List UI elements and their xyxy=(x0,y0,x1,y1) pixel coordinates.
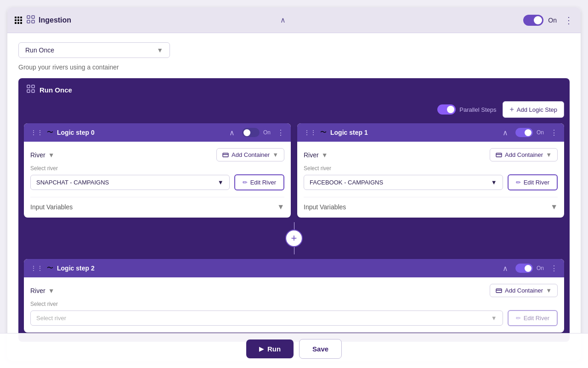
pencil-icon-1: ✏ xyxy=(516,179,521,186)
step-1-title: Logic step 1 xyxy=(330,129,499,136)
step-1-toggle[interactable] xyxy=(515,128,533,137)
pencil-icon-2: ✏ xyxy=(516,315,521,322)
logic-step-1-header: ⋮⋮ 〜 Logic step 1 ∧ On ⋮ xyxy=(297,123,564,142)
step-1-select-chevron: ▼ xyxy=(491,179,497,186)
step-1-toggle-label: On xyxy=(537,129,544,136)
step-1-edit-river-button[interactable]: ✏ Edit River xyxy=(508,174,558,190)
step-2-river-value-row: Select river ▼ ✏ Edit River xyxy=(30,310,558,326)
step-2-select-chevron: ▼ xyxy=(491,315,497,322)
step-0-select-chevron: ▼ xyxy=(218,179,224,186)
step-0-chevron-icon[interactable]: ∧ xyxy=(229,128,235,137)
content-area: Run Once ▼ Group your rivers using a con… xyxy=(7,33,581,361)
step-0-river-select-row: River ▼ Add Container ▼ xyxy=(30,148,284,161)
step-0-input-variables-label: Input Variables xyxy=(30,203,73,211)
run-once-chevron-icon: ▼ xyxy=(157,46,163,54)
step-0-toggle[interactable] xyxy=(242,128,260,137)
step-2-edit-river-label: Edit River xyxy=(524,315,549,322)
step-2-drag-icon[interactable]: ⋮⋮ xyxy=(30,264,43,272)
step-1-select-river-label: Select river xyxy=(304,165,558,172)
parallel-steps-label: Parallel Steps xyxy=(459,106,496,113)
step-1-edit-river-label: Edit River xyxy=(524,179,549,186)
step-1-river-select-row: River ▼ Add Container ▼ xyxy=(304,148,558,161)
header-more-icon[interactable]: ⋮ xyxy=(564,15,573,26)
step-0-drag-icon[interactable]: ⋮⋮ xyxy=(30,129,43,136)
step-0-title: Logic step 0 xyxy=(57,129,226,136)
logic-step-2-card: ⋮⋮ 〜 Logic step 2 ∧ On ⋮ River xyxy=(24,259,564,333)
connector-line-top xyxy=(294,222,294,230)
logic-step-0-body: River ▼ Add Container ▼ xyxy=(24,142,291,218)
step-0-input-variables-row[interactable]: Input Variables ▼ xyxy=(30,197,284,211)
svg-rect-3 xyxy=(32,20,34,23)
logic-step-2-wrapper: ⋮⋮ 〜 Logic step 2 ∧ On ⋮ River xyxy=(18,259,570,333)
save-label: Save xyxy=(312,345,328,353)
step-1-river-type-label: River xyxy=(304,151,319,159)
step-1-river-type-chevron: ▼ xyxy=(322,151,328,159)
pencil-icon: ✏ xyxy=(243,179,248,186)
step-1-chevron-icon[interactable]: ∧ xyxy=(503,128,508,137)
step-0-edit-river-button[interactable]: ✏ Edit River xyxy=(234,174,284,190)
step-0-more-icon[interactable]: ⋮ xyxy=(277,128,284,137)
step-2-river-type-select[interactable]: River ▼ xyxy=(30,287,55,294)
step-2-toggle[interactable] xyxy=(515,264,533,273)
run-button[interactable]: ▶ Run xyxy=(246,339,294,358)
step-2-river-value-select[interactable]: Select river ▼ xyxy=(30,310,503,326)
step-1-river-value-select[interactable]: FACEBOOK - CAMPAIGNS ▼ xyxy=(304,175,503,190)
step-0-add-container-chevron: ▼ xyxy=(272,151,278,158)
step-1-river-type-select[interactable]: River ▼ xyxy=(304,151,328,159)
step-2-more-icon[interactable]: ⋮ xyxy=(550,264,558,273)
run-once-select[interactable]: Run Once ▼ xyxy=(18,42,170,58)
step-1-more-icon[interactable]: ⋮ xyxy=(550,128,558,137)
svg-rect-2 xyxy=(27,20,30,23)
bottom-bar: ▶ Run Save xyxy=(0,333,588,368)
step-0-edit-river-label: Edit River xyxy=(250,179,276,186)
step-1-add-container-button[interactable]: Add Container ▼ xyxy=(490,148,558,161)
header-toggle[interactable] xyxy=(523,15,543,26)
drag-handle xyxy=(15,17,22,24)
step-0-input-chevron-icon: ▼ xyxy=(277,203,284,211)
step-0-add-container-button[interactable]: Add Container ▼ xyxy=(216,148,284,161)
logic-step-2-body: River ▼ Add Container ▼ xyxy=(24,277,564,333)
parallel-steps-toggle[interactable] xyxy=(437,104,456,115)
step-2-river-value: Select river xyxy=(36,315,66,322)
step-0-river-type-select[interactable]: River ▼ xyxy=(30,151,55,159)
step-2-river-select-row: River ▼ Add Container ▼ xyxy=(30,284,558,297)
step-0-select-river-label: Select river xyxy=(30,165,284,172)
container-icon-1 xyxy=(496,152,502,158)
step-1-input-variables-row[interactable]: Input Variables ▼ xyxy=(304,197,558,211)
header-chevron-icon[interactable]: ∧ xyxy=(280,16,286,24)
svg-rect-5 xyxy=(32,85,34,88)
step-2-select-river-label: Select river xyxy=(30,301,558,307)
step-1-add-container-label: Add Container xyxy=(505,151,543,158)
step-2-wave-icon: 〜 xyxy=(47,264,53,272)
run-once-block-header: Run Once xyxy=(18,78,570,101)
container-icon xyxy=(222,152,229,158)
step-0-river-value-select[interactable]: SNAPCHAT - CAMPAIGNS ▼ xyxy=(30,175,230,190)
run-label: Run xyxy=(267,345,281,353)
step-1-input-variables-label: Input Variables xyxy=(304,203,346,211)
step-2-toggle-label: On xyxy=(537,265,544,271)
logic-step-0-card: ⋮⋮ 〜 Logic step 0 ∧ On ⋮ River xyxy=(24,123,291,218)
parallel-steps-area: Parallel Steps xyxy=(437,104,496,115)
step-1-drag-icon[interactable]: ⋮⋮ xyxy=(304,129,317,136)
step-2-chevron-icon[interactable]: ∧ xyxy=(503,264,508,273)
step-2-river-type-label: River xyxy=(30,287,45,294)
add-step-button[interactable]: + xyxy=(285,230,303,247)
play-icon: ▶ xyxy=(259,345,264,352)
step-1-input-chevron-icon: ▼ xyxy=(550,203,558,211)
step-2-edit-river-button[interactable]: ✏ Edit River xyxy=(508,310,558,326)
step-1-river-value: FACEBOOK - CAMPAIGNS xyxy=(310,179,383,186)
step-1-add-container-chevron: ▼ xyxy=(546,151,552,158)
svg-rect-6 xyxy=(27,90,30,92)
step-0-river-type-label: River xyxy=(30,151,45,159)
logic-step-0-header: ⋮⋮ 〜 Logic step 0 ∧ On ⋮ xyxy=(24,123,291,142)
connector-area: + xyxy=(18,218,570,259)
logic-step-1-card: ⋮⋮ 〜 Logic step 1 ∧ On ⋮ River xyxy=(297,123,564,218)
svg-rect-0 xyxy=(27,16,30,18)
logic-steps-row: ⋮⋮ 〜 Logic step 0 ∧ On ⋮ River xyxy=(18,123,570,218)
step-1-river-value-row: FACEBOOK - CAMPAIGNS ▼ ✏ Edit River xyxy=(304,174,558,190)
add-logic-step-button[interactable]: + Add Logic Step xyxy=(503,101,564,118)
svg-rect-4 xyxy=(27,85,30,88)
save-button[interactable]: Save xyxy=(299,339,342,359)
step-1-wave-icon: 〜 xyxy=(320,128,327,137)
step-2-add-container-button[interactable]: Add Container ▼ xyxy=(490,284,558,297)
